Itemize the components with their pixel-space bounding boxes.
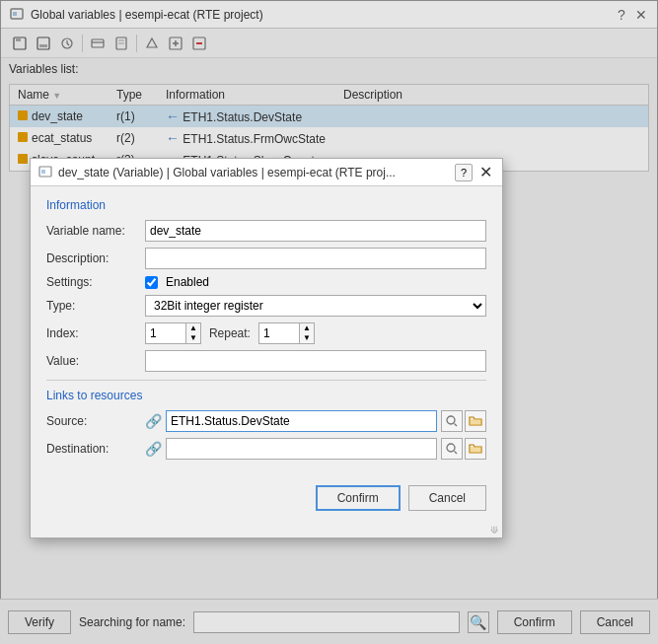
destination-action-buttons [441,438,486,460]
index-input[interactable] [146,323,185,343]
settings-row: Settings: Enabled [46,275,486,289]
repeat-spinbox-buttons: ▲ ▼ [299,323,314,343]
description-row: Description: [46,248,486,269]
dialog-body: Information Variable name: Description: … [31,186,502,477]
svg-line-26 [455,452,458,455]
repeat-spinbox: ▲ ▼ [258,322,315,344]
links-section-label: Links to resources [46,389,486,402]
dialog-cancel-button[interactable]: Cancel [408,485,486,511]
source-action-buttons [441,410,486,432]
svg-point-25 [447,444,455,452]
value-row: Value: [46,350,486,372]
description-label: Description: [46,251,145,265]
type-select[interactable]: 32Bit integer register 16Bit integer reg… [145,295,486,317]
type-label: Type: [46,299,145,313]
destination-link-icon: 🔗 [145,441,162,457]
destination-row: Destination: 🔗 [46,438,486,460]
destination-label: Destination: [46,442,145,456]
index-decrement-button[interactable]: ▼ [186,333,200,343]
source-input[interactable] [166,410,437,432]
source-search-button[interactable] [441,410,463,432]
destination-folder-button[interactable] [465,438,486,460]
dialog-help-button[interactable]: ? [455,164,473,181]
modal-overlay: dev_state (Variable) | Global variables … [0,0,658,644]
repeat-decrement-button[interactable]: ▼ [300,333,314,343]
description-input[interactable] [145,248,486,269]
dialog-resize-handle[interactable]: ⟱ [31,523,502,537]
type-select-wrapper: 32Bit integer register 16Bit integer reg… [145,295,486,317]
value-input[interactable] [145,350,486,372]
index-increment-button[interactable]: ▲ [186,323,200,333]
enabled-checkbox[interactable] [145,276,158,289]
dialog-title-left: dev_state (Variable) | Global variables … [38,166,396,179]
variable-name-label: Variable name: [46,224,145,238]
settings-label: Settings: [46,275,145,289]
information-section-label: Information [46,198,486,212]
index-spinbox: ▲ ▼ [145,322,201,344]
svg-rect-21 [41,170,45,174]
svg-line-23 [455,424,458,427]
type-row: Type: 32Bit integer register 16Bit integ… [46,295,486,317]
dialog-title-bar: dev_state (Variable) | Global variables … [31,159,502,186]
repeat-increment-button[interactable]: ▲ [300,323,314,333]
repeat-input[interactable] [259,323,299,343]
svg-rect-24 [470,419,481,425]
links-separator [46,380,486,381]
repeat-label: Repeat: [209,326,258,340]
index-repeat-row: Index: ▲ ▼ Repeat: ▲ ▼ [46,322,486,344]
dialog-close-button[interactable]: ✕ [476,164,494,181]
index-spinbox-buttons: ▲ ▼ [185,323,200,343]
dialog-confirm-button[interactable]: Confirm [316,485,401,511]
source-label: Source: [46,414,145,428]
source-folder-button[interactable] [465,410,486,432]
value-label: Value: [46,354,145,368]
dialog-buttons: Confirm Cancel [31,477,502,523]
destination-search-button[interactable] [441,438,463,460]
dialog-title-icon [38,166,52,179]
svg-point-22 [447,416,455,424]
source-row: Source: 🔗 [46,410,486,432]
dialog-controls: ? ✕ [455,164,494,181]
index-label: Index: [46,326,145,340]
dialog: dev_state (Variable) | Global variables … [30,158,503,538]
enabled-checkbox-wrapper: Enabled [145,275,209,289]
variable-name-row: Variable name: [46,220,486,242]
source-link-icon: 🔗 [145,413,162,429]
dialog-title: dev_state (Variable) | Global variables … [58,166,396,179]
enabled-label: Enabled [166,275,209,289]
svg-rect-27 [470,447,481,453]
destination-input[interactable] [166,438,437,460]
variable-name-input[interactable] [145,220,486,242]
